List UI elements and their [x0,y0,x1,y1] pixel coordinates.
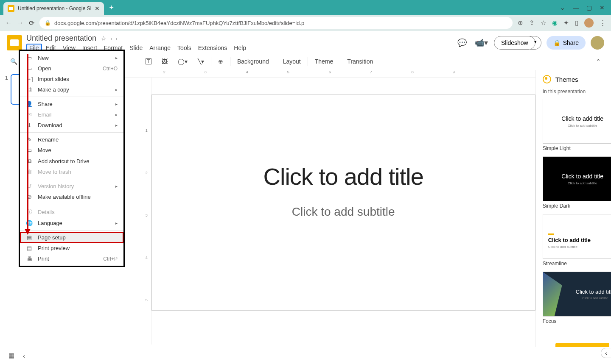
file-menu-import-slides[interactable]: →]Import slides [20,74,123,84]
menu-separator [20,97,123,97]
kebab-menu-icon[interactable]: ⋮ [600,19,606,27]
menu-tools[interactable]: Tools [174,44,194,52]
file-menu-language[interactable]: 🌐Language▸ [20,218,123,228]
menu-item-label: Email [38,111,52,118]
subtitle-placeholder[interactable]: Click to add subtitle [182,205,505,219]
file-menu-open[interactable]: ▭OpenCtrl+O [20,63,123,74]
slideshow-button[interactable]: Slideshow [494,36,535,50]
document-title[interactable]: Untitled presentation [26,34,96,43]
slide-canvas[interactable]: Click to add title Click to add subtitle [151,78,535,345]
menu-slide[interactable]: Slide [126,44,146,52]
collapse-filmstrip-icon[interactable]: ‹ [23,352,25,359]
browser-tab[interactable]: Untitled presentation - Google Sl ✕ [3,2,104,15]
menu-item-label: Print preview [38,245,70,251]
close-window-icon[interactable]: ✕ [600,4,605,11]
file-menu-download[interactable]: ⬇Download▸ [20,120,123,131]
address-bar-actions: ⊕ ⇪ ☆ ◉ ✦ ▯ ⋮ [518,18,606,28]
lock-icon: 🔒 [553,39,561,46]
separator [340,57,340,66]
file-menu-new[interactable]: ▭New▸ [20,53,123,63]
file-menu-move-to-trash: 🗑Move to trash [20,167,123,177]
submenu-arrow-icon: ▸ [115,112,118,117]
maximize-icon[interactable]: ▢ [586,4,592,11]
back-button[interactable]: ← [5,19,12,27]
background-button[interactable]: Background [234,56,272,67]
submenu-arrow-icon: ▸ [115,184,118,189]
file-menu-make-a-copy[interactable]: ⿻Make a copy▸ [20,84,123,95]
theme-focus[interactable]: Click to add title Click to add subtitle… [543,272,611,324]
transition-button[interactable]: Transition [344,56,376,67]
url-text: docs.google.com/presentation/d/1zpk5iKB4… [54,20,304,26]
menu-separator [20,204,123,204]
file-menu-move[interactable]: ▭Move [20,145,123,156]
slide-number: 1 [5,74,8,105]
menu-item-icon: 🖶 [26,256,33,262]
show-side-panel-icon[interactable]: ‹ [601,348,611,358]
separator [230,57,230,66]
share-button[interactable]: 🔒 Share [547,36,586,50]
zoom-icon[interactable]: ⊕ [518,19,523,27]
extension-icon[interactable]: ◉ [552,19,558,27]
side-panel-icon[interactable]: ▯ [575,19,578,27]
layout-button[interactable]: Layout [280,56,304,67]
submenu-arrow-icon: ▸ [115,221,118,225]
minimize-icon[interactable]: — [573,4,579,11]
url-input[interactable]: 🔒 docs.google.com/presentation/d/1zpk5iK… [39,17,513,29]
grid-view-icon[interactable]: ▦ [8,352,14,359]
move-to-folder-icon[interactable]: ▭ [111,34,117,42]
slide[interactable]: Click to add title Click to add subtitle [151,94,535,311]
file-menu-print-preview[interactable]: ▤Print preview [20,243,123,253]
add-comment-icon[interactable]: ⊕ [215,56,227,67]
account-avatar-icon[interactable] [591,36,604,50]
menu-item-label: Language [38,220,62,226]
separator [211,57,211,66]
menu-separator [20,179,123,179]
browser-tab-strip: Untitled presentation - Google Sl ✕ + ⌄ … [0,0,611,15]
file-menu-email: ✉Email▸ [20,109,123,120]
slideshow-dropdown[interactable]: ▼ [530,36,541,50]
lock-icon: 🔒 [45,20,51,26]
themes-section-header[interactable]: In this presentation ⌄ [543,89,611,94]
file-menu-page-setup[interactable]: ▤Page setup [20,232,123,243]
new-tab-button[interactable]: + [109,3,114,12]
file-menu-add-shortcut-to-drive[interactable]: ⧉Add shortcut to Drive [20,156,123,167]
file-menu-share[interactable]: 👤Share▸ [20,99,123,109]
profile-avatar-icon[interactable] [584,18,594,28]
file-menu-make-available-offline[interactable]: ⊘Make available offline [20,192,123,202]
file-menu-details: ⓘDetails [20,206,123,218]
bookmark-icon[interactable]: ☆ [541,19,546,27]
menu-item-label: Version history [38,183,74,189]
annotation-arrow [27,54,28,234]
menu-item-label: Download [38,122,62,128]
address-bar: ← → ⟳ 🔒 docs.google.com/presentation/d/1… [0,15,611,31]
star-icon[interactable]: ☆ [101,34,107,42]
canvas-area: 123456789 1 2 3 4 5 Click to add title C… [69,70,535,364]
insert-shape-icon[interactable]: ◯▾ [174,56,191,67]
share-page-icon[interactable]: ⇪ [529,19,535,27]
tab-close-icon[interactable]: ✕ [95,5,100,12]
reload-button[interactable]: ⟳ [29,19,34,27]
horizontal-ruler: 123456789 [69,70,535,78]
theme-button[interactable]: Theme [311,56,337,67]
collapse-toolbar-icon[interactable]: ⌃ [592,56,604,67]
theme-simple-light[interactable]: Click to add title Click to add subtitle… [543,99,611,151]
slides-logo-icon[interactable] [7,35,22,50]
text-box-icon[interactable]: 🅃 [142,56,155,67]
menu-item-label: Make a copy [38,86,69,93]
chevron-down-icon[interactable]: ⌄ [560,4,565,11]
menu-extensions[interactable]: Extensions [195,44,230,52]
theme-streamline[interactable]: Click to add title Click to add subtitle… [543,214,611,267]
title-placeholder[interactable]: Click to add title [182,163,505,190]
menu-arrange[interactable]: Arrange [146,44,174,52]
file-menu-print[interactable]: 🖶PrintCtrl+P [20,253,123,264]
comments-icon[interactable]: 💬 [455,36,469,50]
extensions-puzzle-icon[interactable]: ✦ [563,19,569,27]
theme-simple-dark[interactable]: Click to add title Click to add subtitle… [543,156,611,209]
insert-line-icon[interactable]: ╲▾ [194,56,207,67]
present-camera-icon[interactable]: 📹▾ [474,36,489,50]
file-menu-rename[interactable]: ✎Rename [20,134,123,145]
menu-item-label: Print [38,256,49,262]
menu-help[interactable]: Help [231,44,249,52]
insert-image-icon[interactable]: 🖼 [158,56,171,67]
separator [276,57,276,66]
